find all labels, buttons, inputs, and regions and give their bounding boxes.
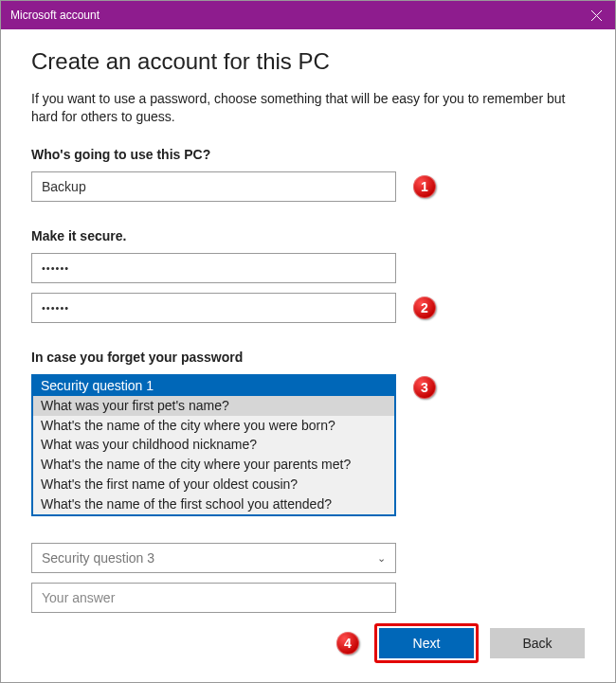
next-button-highlight: Next — [374, 623, 479, 663]
dropdown-option[interactable]: What's the first name of your oldest cou… — [33, 475, 394, 494]
chevron-down-icon: ⌄ — [377, 552, 386, 565]
security-question-1-dropdown[interactable]: Security question 1 What was your first … — [31, 374, 396, 516]
window-title: Microsoft account — [10, 9, 100, 22]
footer-buttons: 4 Next Back — [336, 623, 585, 663]
password-confirm-input[interactable]: •••••• — [31, 293, 396, 323]
security-answer-input[interactable] — [31, 583, 396, 613]
security-question-3-select[interactable]: Security question 3 ⌄ — [31, 543, 396, 573]
username-label: Who's going to use this PC? — [31, 147, 585, 162]
security-label: In case you forget your password — [31, 350, 585, 365]
next-button[interactable]: Next — [379, 628, 474, 658]
password-input[interactable]: •••••• — [31, 253, 396, 283]
dropdown-option[interactable]: What was your first pet's name? — [33, 396, 394, 416]
dropdown-option[interactable]: What's the name of the city where you we… — [33, 416, 394, 436]
content-area: Create an account for this PC If you wan… — [1, 29, 615, 613]
annotation-badge-3: 3 — [413, 376, 436, 399]
username-input[interactable] — [31, 171, 396, 202]
select-placeholder: Security question 3 — [42, 550, 154, 566]
dropdown-option[interactable]: What's the name of the first school you … — [33, 494, 394, 514]
close-button[interactable] — [577, 1, 615, 29]
back-button[interactable]: Back — [490, 628, 585, 658]
annotation-badge-2: 2 — [413, 297, 436, 319]
annotation-badge-1: 1 — [413, 175, 436, 198]
dropdown-option[interactable]: What was your childhood nickname? — [33, 435, 394, 455]
dropdown-option-selected[interactable]: Security question 1 — [33, 376, 394, 396]
password-label: Make it secure. — [31, 228, 585, 243]
annotation-badge-4: 4 — [336, 632, 359, 655]
dropdown-option[interactable]: What's the name of the city where your p… — [33, 455, 394, 475]
page-title: Create an account for this PC — [31, 48, 585, 75]
titlebar: Microsoft account — [1, 1, 615, 29]
intro-text: If you want to use a password, choose so… — [31, 90, 585, 126]
